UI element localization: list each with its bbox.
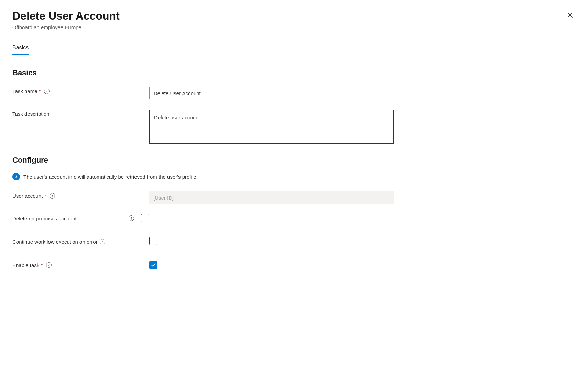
info-icon[interactable]: i xyxy=(44,89,50,94)
delete-onprem-label: Delete on-premises account xyxy=(12,215,77,221)
task-description-label: Task description xyxy=(12,111,50,117)
user-account-label: User account xyxy=(12,193,43,199)
task-name-label: Task name xyxy=(12,88,37,94)
check-icon xyxy=(151,262,156,268)
info-banner-text: The user's account info will automatical… xyxy=(23,174,198,180)
info-icon[interactable]: i xyxy=(50,193,55,199)
user-account-field: [User ID] xyxy=(149,191,394,204)
required-indicator: * xyxy=(41,262,43,268)
section-heading-basics: Basics xyxy=(12,68,576,77)
enable-task-label: Enable task xyxy=(12,262,39,268)
info-icon[interactable]: i xyxy=(46,262,52,268)
task-name-input[interactable] xyxy=(149,87,394,99)
continue-on-error-checkbox[interactable] xyxy=(149,237,157,245)
info-icon[interactable]: i xyxy=(129,215,134,221)
info-icon[interactable]: i xyxy=(100,239,105,244)
section-heading-configure: Configure xyxy=(12,156,576,165)
info-filled-icon: i xyxy=(12,173,20,180)
required-indicator: * xyxy=(39,88,41,94)
enable-task-checkbox[interactable] xyxy=(149,261,157,269)
delete-onprem-checkbox[interactable] xyxy=(141,214,149,222)
continue-on-error-label: Continue workflow execution on error xyxy=(12,239,98,245)
page-subtitle: Offboard an employee Europe xyxy=(12,24,120,30)
tab-basics[interactable]: Basics xyxy=(12,45,29,55)
tabs: Basics xyxy=(12,45,576,55)
page-title: Delete User Account xyxy=(12,10,120,22)
close-icon xyxy=(567,12,574,19)
close-button[interactable] xyxy=(565,10,576,21)
required-indicator: * xyxy=(44,193,46,199)
task-description-input[interactable] xyxy=(149,110,394,144)
